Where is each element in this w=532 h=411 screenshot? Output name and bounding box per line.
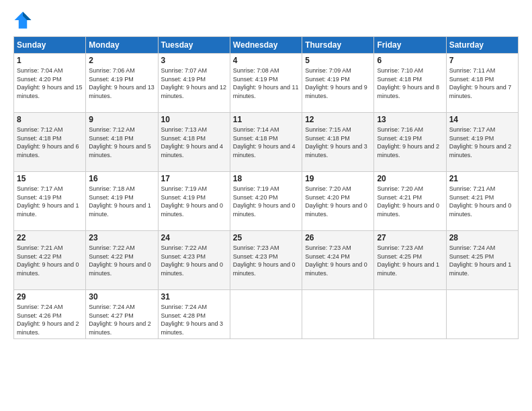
day-number: 4 xyxy=(233,56,299,65)
day-number: 16 xyxy=(89,174,154,183)
calendar-cell: 18Sunrise: 7:19 AMSunset: 4:20 PMDayligh… xyxy=(230,172,302,231)
calendar-cell xyxy=(446,290,518,339)
day-number: 11 xyxy=(233,115,299,124)
weekday-header: Saturday xyxy=(446,37,518,54)
calendar-cell: 11Sunrise: 7:14 AMSunset: 4:18 PMDayligh… xyxy=(230,113,302,172)
header xyxy=(13,11,519,30)
day-number: 23 xyxy=(89,233,154,242)
calendar-cell: 25Sunrise: 7:23 AMSunset: 4:23 PMDayligh… xyxy=(230,231,302,290)
logo-icon xyxy=(13,11,32,30)
day-detail: Sunrise: 7:23 AMSunset: 4:23 PMDaylight:… xyxy=(233,244,299,277)
day-number: 31 xyxy=(161,292,227,302)
calendar-cell: 26Sunrise: 7:23 AMSunset: 4:24 PMDayligh… xyxy=(302,231,374,290)
calendar-cell: 3Sunrise: 7:07 AMSunset: 4:19 PMDaylight… xyxy=(158,54,230,113)
calendar-cell: 1Sunrise: 7:04 AMSunset: 4:20 PMDaylight… xyxy=(14,54,86,113)
day-detail: Sunrise: 7:04 AMSunset: 4:20 PMDaylight:… xyxy=(17,66,83,100)
day-number: 20 xyxy=(377,174,443,183)
day-detail: Sunrise: 7:23 AMSunset: 4:24 PMDaylight:… xyxy=(305,244,371,277)
calendar-cell: 4Sunrise: 7:08 AMSunset: 4:19 PMDaylight… xyxy=(230,54,302,113)
weekday-header: Monday xyxy=(86,37,158,54)
day-number: 10 xyxy=(161,115,227,124)
day-detail: Sunrise: 7:24 AMSunset: 4:25 PMDaylight:… xyxy=(449,244,515,277)
day-number: 26 xyxy=(305,233,371,242)
calendar-cell: 2Sunrise: 7:06 AMSunset: 4:19 PMDaylight… xyxy=(86,54,158,113)
day-number: 1 xyxy=(17,56,83,65)
day-number: 24 xyxy=(161,233,227,242)
weekday-header: Sunday xyxy=(14,37,86,54)
calendar-cell: 21Sunrise: 7:21 AMSunset: 4:21 PMDayligh… xyxy=(446,172,518,231)
day-number: 15 xyxy=(17,174,83,183)
day-number: 22 xyxy=(17,233,83,242)
calendar-week-row: 1Sunrise: 7:04 AMSunset: 4:20 PMDaylight… xyxy=(14,54,519,113)
day-number: 13 xyxy=(377,115,443,124)
day-number: 5 xyxy=(305,56,371,65)
calendar-cell: 16Sunrise: 7:18 AMSunset: 4:19 PMDayligh… xyxy=(86,172,158,231)
day-detail: Sunrise: 7:21 AMSunset: 4:21 PMDaylight:… xyxy=(449,185,515,218)
day-number: 27 xyxy=(377,233,443,242)
day-number: 12 xyxy=(305,115,371,124)
calendar-cell: 28Sunrise: 7:24 AMSunset: 4:25 PMDayligh… xyxy=(446,231,518,290)
day-detail: Sunrise: 7:09 AMSunset: 4:19 PMDaylight:… xyxy=(305,66,371,100)
day-detail: Sunrise: 7:20 AMSunset: 4:20 PMDaylight:… xyxy=(305,185,371,218)
calendar-cell: 23Sunrise: 7:22 AMSunset: 4:22 PMDayligh… xyxy=(86,231,158,290)
calendar-week-row: 8Sunrise: 7:12 AMSunset: 4:18 PMDaylight… xyxy=(14,113,519,172)
day-detail: Sunrise: 7:15 AMSunset: 4:18 PMDaylight:… xyxy=(305,126,371,159)
day-detail: Sunrise: 7:17 AMSunset: 4:19 PMDaylight:… xyxy=(449,126,515,159)
day-detail: Sunrise: 7:20 AMSunset: 4:21 PMDaylight:… xyxy=(377,185,443,218)
day-detail: Sunrise: 7:18 AMSunset: 4:19 PMDaylight:… xyxy=(89,185,154,218)
day-detail: Sunrise: 7:11 AMSunset: 4:18 PMDaylight:… xyxy=(449,66,515,100)
calendar-cell: 19Sunrise: 7:20 AMSunset: 4:20 PMDayligh… xyxy=(302,172,374,231)
calendar-cell: 14Sunrise: 7:17 AMSunset: 4:19 PMDayligh… xyxy=(446,113,518,172)
calendar-cell: 22Sunrise: 7:21 AMSunset: 4:22 PMDayligh… xyxy=(14,231,86,290)
day-number: 3 xyxy=(161,56,227,65)
weekday-header-row: SundayMondayTuesdayWednesdayThursdayFrid… xyxy=(14,37,519,54)
weekday-header: Wednesday xyxy=(230,37,302,54)
day-detail: Sunrise: 7:13 AMSunset: 4:18 PMDaylight:… xyxy=(161,126,227,159)
calendar-cell xyxy=(230,290,302,339)
day-number: 28 xyxy=(449,233,515,242)
day-detail: Sunrise: 7:06 AMSunset: 4:19 PMDaylight:… xyxy=(89,66,154,100)
day-detail: Sunrise: 7:23 AMSunset: 4:25 PMDaylight:… xyxy=(377,244,443,277)
calendar-table: SundayMondayTuesdayWednesdayThursdayFrid… xyxy=(13,36,519,339)
calendar-cell: 20Sunrise: 7:20 AMSunset: 4:21 PMDayligh… xyxy=(374,172,446,231)
day-number: 6 xyxy=(377,56,443,65)
day-number: 25 xyxy=(233,233,299,242)
calendar-cell: 5Sunrise: 7:09 AMSunset: 4:19 PMDaylight… xyxy=(302,54,374,113)
logo xyxy=(13,11,35,30)
calendar-cell: 30Sunrise: 7:24 AMSunset: 4:27 PMDayligh… xyxy=(86,290,158,339)
weekday-header: Thursday xyxy=(302,37,374,54)
calendar-cell: 7Sunrise: 7:11 AMSunset: 4:18 PMDaylight… xyxy=(446,54,518,113)
day-detail: Sunrise: 7:14 AMSunset: 4:18 PMDaylight:… xyxy=(233,126,299,159)
day-detail: Sunrise: 7:24 AMSunset: 4:27 PMDaylight:… xyxy=(89,303,154,336)
calendar-cell: 9Sunrise: 7:12 AMSunset: 4:18 PMDaylight… xyxy=(86,113,158,172)
calendar-cell: 12Sunrise: 7:15 AMSunset: 4:18 PMDayligh… xyxy=(302,113,374,172)
calendar-cell: 29Sunrise: 7:24 AMSunset: 4:26 PMDayligh… xyxy=(14,290,86,339)
day-detail: Sunrise: 7:22 AMSunset: 4:23 PMDaylight:… xyxy=(161,244,227,277)
weekday-header: Friday xyxy=(374,37,446,54)
day-number: 18 xyxy=(233,174,299,183)
calendar-cell: 8Sunrise: 7:12 AMSunset: 4:18 PMDaylight… xyxy=(14,113,86,172)
calendar-week-row: 22Sunrise: 7:21 AMSunset: 4:22 PMDayligh… xyxy=(14,231,519,290)
calendar-cell: 6Sunrise: 7:10 AMSunset: 4:18 PMDaylight… xyxy=(374,54,446,113)
day-number: 8 xyxy=(17,115,83,124)
calendar-cell: 15Sunrise: 7:17 AMSunset: 4:19 PMDayligh… xyxy=(14,172,86,231)
calendar-cell: 13Sunrise: 7:16 AMSunset: 4:19 PMDayligh… xyxy=(374,113,446,172)
day-detail: Sunrise: 7:21 AMSunset: 4:22 PMDaylight:… xyxy=(17,244,83,277)
calendar-week-row: 29Sunrise: 7:24 AMSunset: 4:26 PMDayligh… xyxy=(14,290,519,339)
day-detail: Sunrise: 7:10 AMSunset: 4:18 PMDaylight:… xyxy=(377,66,443,100)
calendar-week-row: 15Sunrise: 7:17 AMSunset: 4:19 PMDayligh… xyxy=(14,172,519,231)
day-detail: Sunrise: 7:19 AMSunset: 4:19 PMDaylight:… xyxy=(161,185,227,218)
day-number: 2 xyxy=(89,56,154,65)
day-number: 19 xyxy=(305,174,371,183)
day-detail: Sunrise: 7:19 AMSunset: 4:20 PMDaylight:… xyxy=(233,185,299,218)
calendar-cell xyxy=(302,290,374,339)
day-number: 30 xyxy=(89,292,154,302)
day-detail: Sunrise: 7:08 AMSunset: 4:19 PMDaylight:… xyxy=(233,66,299,100)
day-number: 9 xyxy=(89,115,154,124)
day-detail: Sunrise: 7:07 AMSunset: 4:19 PMDaylight:… xyxy=(161,66,227,100)
day-detail: Sunrise: 7:22 AMSunset: 4:22 PMDaylight:… xyxy=(89,244,154,277)
calendar-cell: 27Sunrise: 7:23 AMSunset: 4:25 PMDayligh… xyxy=(374,231,446,290)
calendar-cell: 31Sunrise: 7:24 AMSunset: 4:28 PMDayligh… xyxy=(158,290,230,339)
day-detail: Sunrise: 7:16 AMSunset: 4:19 PMDaylight:… xyxy=(377,126,443,159)
calendar-cell: 17Sunrise: 7:19 AMSunset: 4:19 PMDayligh… xyxy=(158,172,230,231)
